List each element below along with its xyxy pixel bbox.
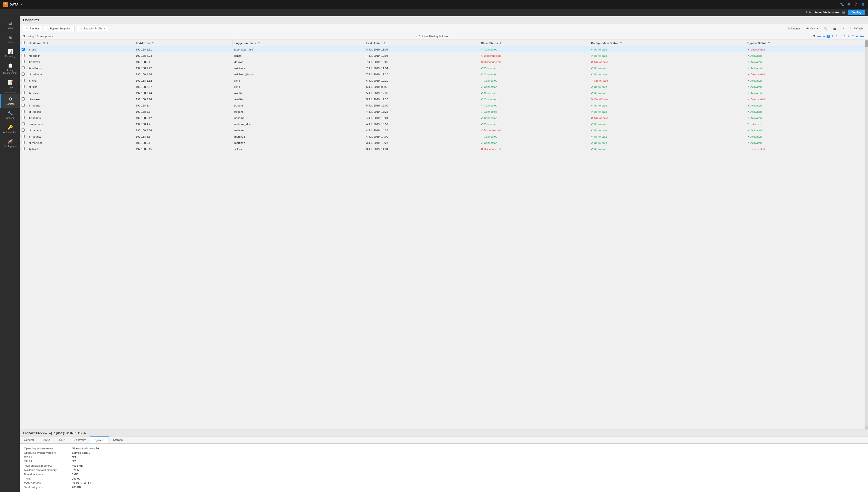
row-checkbox[interactable] (22, 54, 25, 57)
gear-icon[interactable]: ⚙ (847, 2, 850, 6)
table-row[interactable]: lt-jroberts 192.168.3.4 jroberts 5 Jul. … (20, 102, 865, 109)
hostname-sort-icon[interactable]: ⇅ (43, 42, 45, 44)
row-checkbox-cell (20, 109, 27, 115)
row-checkbox[interactable] (22, 141, 25, 144)
page-5[interactable]: 5 (843, 35, 846, 38)
preview-prev-nav[interactable]: ◀ (49, 431, 52, 435)
row-checkbox[interactable] (22, 48, 25, 51)
info-bar: Showing 324 endpoints ℹ Column Filtering… (20, 33, 868, 40)
prev-page-nav[interactable]: ◀ (822, 34, 826, 38)
list-icon[interactable]: ☰ (842, 10, 845, 15)
last-page-nav[interactable]: ▶▶ (860, 34, 865, 38)
ip-cell: 192.168.5.15 (134, 146, 232, 152)
table-row[interactable]: lt-jking 192.168.1.32 jking 6 Jul. 2019,… (20, 77, 865, 84)
tab-system[interactable]: System (90, 437, 109, 443)
deploy-button[interactable]: Deploy (848, 9, 865, 15)
table-icon[interactable]: ⊞ (813, 35, 815, 38)
row-checkbox[interactable] (22, 135, 25, 138)
row-checkbox[interactable] (22, 73, 25, 76)
row-checkbox[interactable] (22, 110, 25, 113)
table-row[interactable]: lt-dbrown 192.168.5.11 dbrown 7 Jul. 201… (20, 59, 865, 65)
table-row[interactable]: lt-nadams 192.168.6.12 nadams 4 Jul. 201… (20, 115, 865, 121)
lastupdate-filter-btn[interactable]: ▼ (383, 42, 386, 44)
sidebar-item-policy[interactable]: 📋 Policy Management (0, 60, 20, 77)
app-dropdown-arrow[interactable]: ▼ (20, 3, 23, 6)
table-row[interactable]: dt-rwilliams 192.168.1.24 rwilliams, jbr… (20, 71, 865, 77)
settings-button[interactable]: ⚙ Settings (785, 26, 802, 31)
config-filter-btn[interactable]: ▼ (619, 42, 622, 44)
table-row[interactable]: lt-martinez 192.168.5.6 martinez 4 Jul. … (20, 133, 865, 140)
select-all-checkbox[interactable] (22, 41, 25, 44)
tab-status[interactable]: Status (38, 437, 55, 443)
first-page-nav[interactable]: ◀◀ (817, 34, 822, 38)
bypass-status-text: Deactivated (750, 48, 765, 51)
row-checkbox[interactable] (22, 147, 25, 150)
table-row[interactable]: dt-awaker 192.168.3.24 awalker 5 Jul. 20… (20, 96, 865, 102)
table-row[interactable]: dt-martinez 192.168.6.1 martinez 3 Jul. … (20, 140, 865, 146)
view-button[interactable]: 👁 View ▼ (804, 26, 821, 31)
config-status-text: Up-to-date (594, 54, 607, 57)
sidebar-item-authorization[interactable]: 🔑 Authorization (0, 122, 20, 136)
config-status-text: Up-to-date (594, 73, 607, 76)
row-checkbox[interactable] (22, 104, 25, 107)
sidebar-item-status[interactable]: ◉ Status (0, 32, 20, 46)
config-status-cell: ✔Up-to-date (589, 53, 745, 59)
row-checkbox[interactable] (22, 85, 25, 88)
bypass-status-cell: ✔Activated (745, 84, 865, 90)
hostname-filter-btn[interactable]: ▼ (46, 42, 49, 44)
tab-dlp[interactable]: DLP (55, 437, 69, 443)
sidebar-item-reporting[interactable]: 📊 Reporting (0, 46, 20, 60)
page-1[interactable]: 1 (826, 35, 830, 38)
row-checkbox[interactable] (22, 97, 25, 100)
row-checkbox[interactable] (22, 66, 25, 69)
scrollbar-bottom[interactable] (865, 426, 868, 429)
bypass-status-text: Activated (750, 142, 761, 144)
page-2[interactable]: 2 (830, 35, 834, 38)
sidebar-item-logs[interactable]: 📝 Logs (0, 77, 20, 91)
tab-storage[interactable]: Storage (109, 437, 127, 443)
scrollbar-thumb[interactable] (865, 40, 868, 47)
page-6[interactable]: 6 (847, 35, 850, 38)
sidebar-item-general[interactable]: 🔧 General (0, 108, 20, 122)
row-checkbox[interactable] (22, 122, 25, 125)
table-row[interactable]: mc-jsmith 192.168.4.23 jsmith 7 Jul. 201… (20, 53, 865, 59)
sidebar-item-deployment[interactable]: 🚀 Deployment (0, 137, 20, 150)
bypass-endpoint-button[interactable]: ⊘ Bypass Endpoint... (44, 26, 75, 31)
row-checkbox[interactable] (22, 79, 25, 82)
sidebar-item-main[interactable]: ⊞ Main (0, 18, 20, 32)
table-row[interactable]: dt-nadams 192.168.4.56 nadams 4 Jul. 201… (20, 127, 865, 133)
table-row[interactable]: dt-jroberts 192.168.5.6 jroberts 4 Jul. … (20, 109, 865, 115)
row-checkbox[interactable] (22, 60, 25, 63)
tab-general[interactable]: General (20, 437, 38, 443)
client-filter-btn[interactable]: ▼ (499, 42, 501, 44)
table-row[interactable]: lt-rwilliams 192.168.1.22 rwilliams 7 Ju… (20, 65, 865, 71)
ip-filter-btn[interactable]: ▼ (151, 42, 154, 44)
remove-button[interactable]: ✕ Remove (23, 26, 42, 31)
page-7[interactable]: 7 (851, 35, 854, 38)
page-3[interactable]: 3 (835, 35, 838, 38)
table-row[interactable]: ws-nadams 192.168.4.4 nadams, jdoe 4 Jul… (20, 121, 865, 127)
refresh-button[interactable]: ↻ Refresh (848, 26, 865, 31)
export-button[interactable]: ↗ (841, 26, 846, 31)
tab-discovery[interactable]: Discovery (69, 437, 90, 443)
bypass-filter-btn[interactable]: ▼ (768, 42, 770, 44)
next-page-nav[interactable]: ▶ (855, 34, 859, 38)
endpoint-profile-button[interactable]: 📄 Endpoint Profile ▼ (77, 26, 108, 31)
zoom-button[interactable]: 🔍 (822, 26, 829, 31)
camera-button[interactable]: 📷 (831, 26, 839, 31)
row-checkbox[interactable] (22, 91, 25, 94)
wrench-icon[interactable]: 🔧 (840, 2, 844, 6)
table-row[interactable]: dt-jking 192.168.2.37 jking 6 Jul. 2019,… (20, 84, 865, 90)
page-4[interactable]: 4 (839, 35, 842, 38)
sidebar-item-settings[interactable]: ⚙ Settings (0, 94, 20, 108)
row-checkbox[interactable] (22, 128, 25, 131)
users-filter-btn[interactable]: ▼ (258, 42, 260, 44)
vertical-scrollbar[interactable] (865, 40, 868, 429)
table-row[interactable]: lt-sblack 192.168.5.15 sblack 3 Jul. 201… (20, 146, 865, 152)
table-row[interactable]: lt-awalker 192.168.3.44 awalker 5 Jul. 2… (20, 90, 865, 96)
user-icon[interactable]: 👤 (861, 2, 865, 6)
preview-next-nav[interactable]: ▶ (84, 431, 86, 435)
table-row[interactable]: lt-jdoe 192.168.1.11 jdoe, dbar, jackf 8… (20, 46, 865, 53)
row-checkbox[interactable] (22, 116, 25, 119)
question-icon[interactable]: ❓ (853, 2, 858, 6)
